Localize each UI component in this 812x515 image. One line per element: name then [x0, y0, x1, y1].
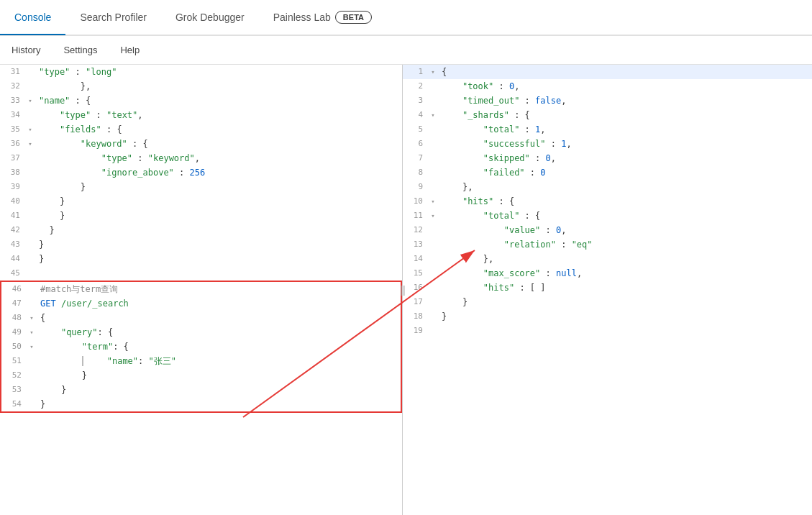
- sub-nav: History Settings Help: [0, 36, 812, 65]
- table-row: 12 "value" : 0,: [403, 223, 812, 237]
- divider-icon: ||: [400, 284, 405, 296]
- table-row: 51 "name": "张三": [0, 354, 402, 368]
- table-row: 44 }: [0, 252, 402, 266]
- table-row: 33 ▾ "name" : {: [0, 94, 402, 108]
- beta-badge: BETA: [335, 11, 372, 24]
- left-editor-panel: 31 "type" : "long" 32 }, 33 ▾ "name" : {…: [0, 65, 403, 515]
- table-row: 6 "successful" : 1,: [403, 137, 812, 151]
- table-row: 34 "type" : "text",: [0, 108, 402, 122]
- table-row: 4 ▾ "_shards" : {: [403, 108, 812, 122]
- table-row: 5 "total" : 1,: [403, 122, 812, 137]
- table-row: 39 }: [0, 180, 402, 194]
- table-row: 47 GET /user/_search: [0, 296, 402, 311]
- table-row: 3 "timed_out" : false,: [403, 94, 812, 108]
- table-row: 32 },: [0, 79, 402, 94]
- table-row: 14 },: [403, 252, 812, 266]
- table-row: 49 ▾ "query": {: [0, 325, 402, 339]
- table-row: 15 "max_score" : null,: [403, 266, 812, 281]
- subnav-settings[interactable]: Settings: [52, 42, 109, 58]
- panel-divider[interactable]: ||: [401, 65, 404, 515]
- tab-console[interactable]: Console: [0, 1, 65, 35]
- right-output-panel: 1 ▾ { 2 "took" : 0, 3 "timed_out" : fals…: [403, 65, 812, 515]
- left-code-editor[interactable]: 31 "type" : "long" 32 }, 33 ▾ "name" : {…: [0, 65, 402, 515]
- right-code-editor[interactable]: 1 ▾ { 2 "took" : 0, 3 "timed_out" : fals…: [403, 65, 812, 515]
- table-row: 46 #match与term查询: [0, 281, 402, 296]
- top-nav: Console Search Profiler Grok Debugger Pa…: [0, 0, 812, 36]
- tab-grok-debugger[interactable]: Grok Debugger: [161, 1, 259, 35]
- table-row: 8 "failed" : 0: [403, 165, 812, 180]
- table-row: 45: [0, 266, 402, 281]
- table-row: 16 "hits" : [ ]: [403, 281, 812, 295]
- table-row: 41 }: [0, 209, 402, 223]
- table-row: 31 "type" : "long": [0, 65, 402, 79]
- table-row: 13 "relation" : "eq": [403, 237, 812, 252]
- table-row: 50 ▾ "term": {: [0, 339, 402, 354]
- tab-painless-lab[interactable]: Painless Lab BETA: [259, 1, 386, 35]
- table-row: 37 "type" : "keyword",: [0, 151, 402, 165]
- table-row: 53 }: [0, 383, 402, 397]
- subnav-help[interactable]: Help: [109, 42, 151, 58]
- table-row: 35 ▾ "fields" : {: [0, 122, 402, 137]
- table-row: 42 }: [0, 223, 402, 237]
- table-row: 40 }: [0, 194, 402, 209]
- subnav-history[interactable]: History: [0, 42, 52, 58]
- table-row: 36 ▾ "keyword" : {: [0, 137, 402, 151]
- table-row: 52 }: [0, 368, 402, 383]
- table-row: 17 }: [403, 295, 812, 309]
- table-row: 9 },: [403, 180, 812, 194]
- table-row: 19: [403, 324, 812, 338]
- table-row: 48 ▾ {: [0, 311, 402, 325]
- tab-search-profiler[interactable]: Search Profiler: [65, 1, 161, 35]
- table-row: 54 }: [0, 397, 402, 413]
- editor-area: 31 "type" : "long" 32 }, 33 ▾ "name" : {…: [0, 65, 812, 515]
- table-row: 1 ▾ {: [403, 65, 812, 79]
- table-row: 7 "skipped" : 0,: [403, 151, 812, 165]
- table-row: 43 }: [0, 237, 402, 252]
- table-row: 38 "ignore_above" : 256: [0, 165, 402, 180]
- table-row: 10 ▾ "hits" : {: [403, 194, 812, 209]
- table-row: 18 }: [403, 309, 812, 324]
- table-row: 11 ▾ "total" : {: [403, 209, 812, 223]
- table-row: 2 "took" : 0,: [403, 79, 812, 94]
